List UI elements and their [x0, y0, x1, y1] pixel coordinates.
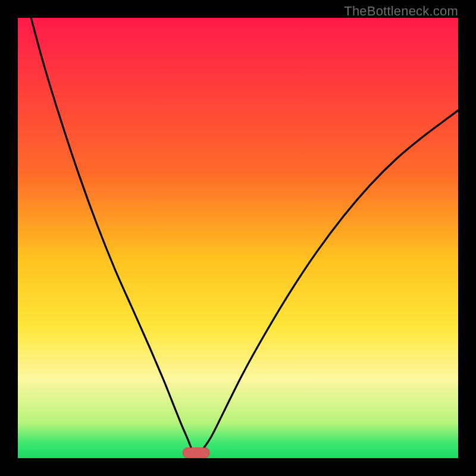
watermark-text: TheBottleneck.com [344, 4, 458, 19]
gradient-background [18, 18, 458, 458]
chart-frame: TheBottleneck.com [0, 0, 476, 476]
chart-canvas [18, 18, 458, 458]
optimum-marker [183, 448, 209, 458]
plot-area [18, 18, 458, 458]
